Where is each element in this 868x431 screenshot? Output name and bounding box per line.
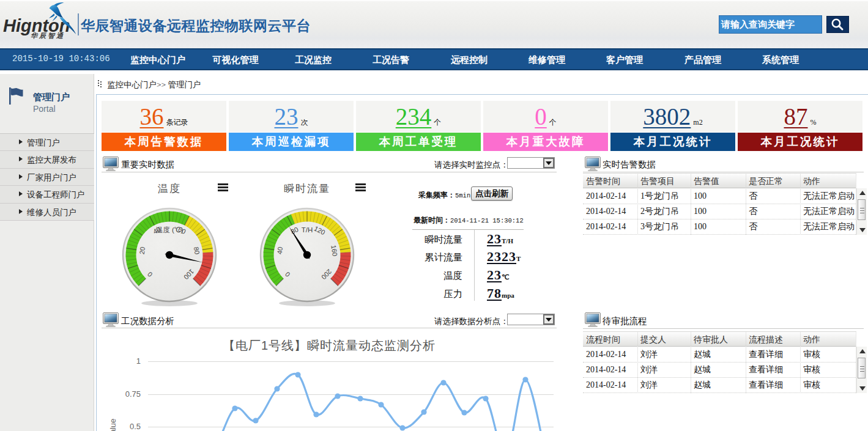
svg-text:40: 40 — [276, 246, 284, 255]
svg-text:T/H: T/H — [302, 226, 313, 234]
svg-text:20: 20 — [138, 246, 147, 255]
svg-text:温度 (℃): 温度 (℃) — [155, 226, 184, 234]
svg-text:80: 80 — [193, 246, 201, 255]
